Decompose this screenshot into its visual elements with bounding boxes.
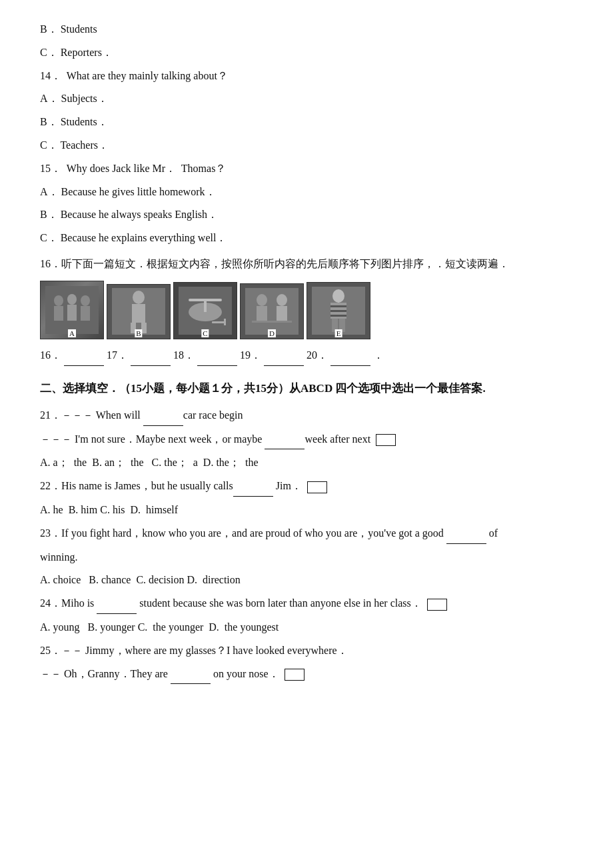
image-sequence-row: A B C: [40, 281, 573, 339]
q25-blank[interactable]: [171, 665, 211, 685]
q23-line2-text: winning.: [40, 551, 77, 563]
q14-question: 14． What are they mainly talking about？: [40, 67, 573, 86]
q16-label: 16．: [40, 349, 61, 361]
svg-rect-9: [132, 304, 145, 323]
image-C: C: [173, 282, 237, 339]
q24-answer-paren[interactable]: [427, 599, 447, 611]
q25-answer-paren[interactable]: [285, 669, 305, 681]
option-text: Because he explains everything well．: [61, 232, 227, 243]
q15-option-b: B． Because he always speaks English．: [40, 205, 573, 225]
q18-blank[interactable]: [197, 346, 237, 366]
q25-line2: －－ Oh，Granny．They are on your nose．: [40, 665, 573, 685]
option-letter: B．: [40, 209, 58, 220]
q23-text: 23．If you fight hard，know who you are，an…: [40, 527, 498, 539]
image-B: B: [107, 284, 171, 339]
q24-text: 24．Miho is student because she was born …: [40, 597, 447, 609]
option-letter: B．: [40, 116, 58, 127]
svg-point-3: [67, 294, 77, 305]
q23-question: 23．If you fight hard，know who you are，an…: [40, 524, 573, 544]
q20-label: 20．: [306, 349, 328, 361]
image-E: E: [306, 282, 370, 339]
svg-point-21: [277, 294, 287, 306]
q25-text1: 25．－－ Jimmy，where are my glasses？I have …: [40, 645, 348, 656]
q18-label: 18．: [173, 349, 195, 361]
option-letter: A．: [40, 186, 59, 197]
svg-rect-14: [204, 300, 207, 312]
q15-option-c: C． Because he explains everything well．: [40, 229, 573, 248]
svg-point-25: [332, 289, 344, 303]
q14-option-b: B． Students．: [40, 113, 573, 132]
svg-rect-4: [67, 305, 77, 321]
q19-label: 19．: [240, 349, 261, 361]
image-B-svg: [112, 288, 165, 335]
q17-label: 17．: [107, 349, 128, 361]
q23-blank[interactable]: [446, 524, 486, 544]
svg-rect-22: [277, 306, 287, 321]
q21-line1: 21．－－－ When will car race begin: [40, 406, 573, 426]
q14-option-a: A． Subjects．: [40, 89, 573, 109]
q25-line1: 25．－－ Jimmy，where are my glasses？I have …: [40, 641, 573, 661]
option-text: Subjects．: [61, 93, 108, 104]
question-text: 14． What are they mainly talking about？: [40, 70, 228, 81]
q21-line2-text: －－－ I'm not sure．Maybe next week，or mayb…: [40, 433, 396, 445]
image-B-label: B: [135, 329, 142, 337]
q19-blank[interactable]: [264, 346, 304, 366]
option-text: Students．: [61, 116, 108, 127]
svg-rect-15: [189, 299, 222, 301]
option-letter: C．: [40, 232, 58, 243]
option-letter: B．: [40, 23, 58, 35]
image-C-svg: [179, 287, 232, 335]
svg-rect-29: [330, 315, 346, 317]
q25-text2: －－ Oh，Granny．They are on your nose．: [40, 668, 305, 679]
q24-options: A. young B. younger C. the younger D. th…: [40, 618, 573, 637]
svg-point-5: [81, 295, 90, 306]
section2-header: 二、选择填空．（15小题，每小题１分，共15分）从ABCD 四个选项中选出一个最…: [40, 378, 573, 399]
q22-answer-paren[interactable]: [307, 481, 327, 493]
option-text: Because he gives little homework．: [61, 186, 216, 197]
option-letter: C．: [40, 47, 58, 58]
q21-options: A. a； the B. an； the C. the； a D. the； t…: [40, 453, 573, 473]
option-text: Teachers．: [60, 139, 109, 151]
q13-option-b: B． Students: [40, 20, 573, 39]
svg-point-19: [257, 294, 267, 306]
q16-blank[interactable]: [64, 346, 104, 366]
exam-page: B． Students C． Reporters． 14． What are t…: [0, 0, 613, 868]
svg-rect-18: [245, 288, 299, 335]
q22-options: A. he B. him C. his D. himself: [40, 501, 573, 520]
image-D-label: D: [268, 329, 276, 337]
q22-options-text: A. he B. him C. his D. himself: [40, 504, 178, 515]
q22-text: 22．His name is James，but he usually call…: [40, 480, 327, 491]
q23-line2: winning.: [40, 548, 573, 567]
image-A-svg: [45, 286, 99, 334]
q22-blank[interactable]: [233, 477, 273, 497]
q21-answer-paren[interactable]: [376, 434, 396, 446]
q21-options-text: A. a； the B. an； the C. the； a D. the； t…: [40, 457, 259, 468]
option-letter: C．: [40, 139, 58, 151]
q20-period: ．: [373, 349, 384, 361]
q17-blank[interactable]: [131, 346, 171, 366]
svg-rect-2: [54, 306, 63, 321]
svg-point-8: [133, 291, 145, 304]
q21-blank1[interactable]: [143, 406, 183, 426]
q22-question: 22．His name is James，but he usually call…: [40, 477, 573, 497]
svg-rect-20: [257, 306, 267, 321]
q21-text: 21．－－－ When will car race begin: [40, 409, 243, 421]
q21-blank2[interactable]: [265, 430, 305, 450]
option-text: Students: [61, 23, 97, 35]
image-D: D: [240, 283, 304, 339]
q21-line2: －－－ I'm not sure．Maybe next week，or mayb…: [40, 430, 573, 450]
q16-20-blanks: 16． 17． 18． 19． 20． ．: [40, 346, 573, 366]
image-E-label: E: [335, 329, 342, 337]
image-C-label: C: [201, 329, 209, 337]
section2-title: 二、选择填空．（15小题，每小题１分，共15分）从ABCD 四个选项中选出一个最…: [40, 382, 486, 395]
svg-point-1: [54, 295, 63, 306]
q16-instruction: 16．听下面一篇短文．根据短文内容，按照你所听内容的先后顺序将下列图片排序，．短…: [40, 255, 573, 274]
q23-options-text: A. choice B. chance C. decision D. direc…: [40, 574, 241, 585]
q20-blank[interactable]: [330, 346, 370, 366]
svg-rect-28: [330, 310, 346, 312]
question-text: 15． Why does Jack like Mr． Thomas？: [40, 163, 226, 174]
q13-option-c: C． Reporters．: [40, 43, 573, 63]
q24-blank[interactable]: [97, 594, 137, 614]
q23-options: A. choice B. chance C. decision D. direc…: [40, 571, 573, 590]
q15-question: 15． Why does Jack like Mr． Thomas？: [40, 159, 573, 179]
